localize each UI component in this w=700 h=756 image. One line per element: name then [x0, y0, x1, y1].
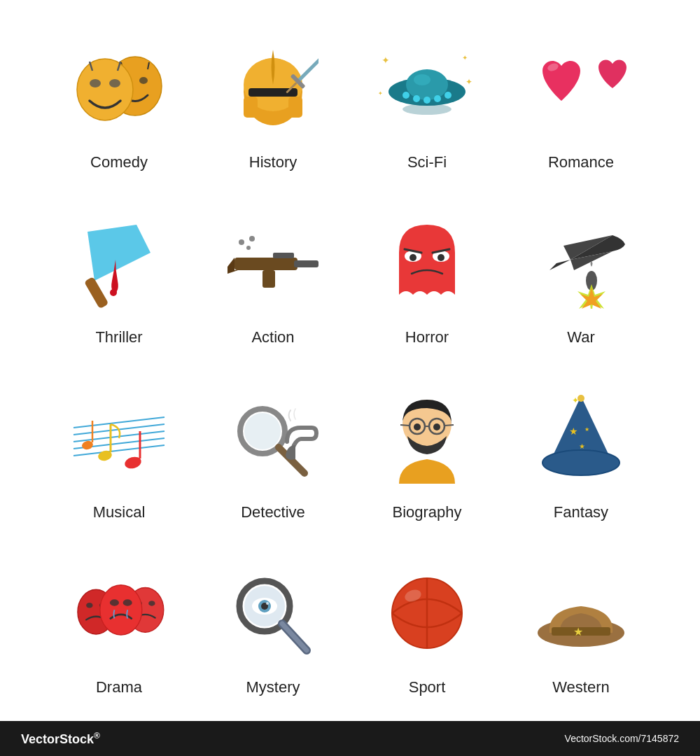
musical-label: Musical	[93, 503, 146, 522]
svg-text:✦: ✦	[462, 54, 468, 62]
svg-line-98	[282, 624, 307, 650]
svg-point-40	[239, 239, 244, 245]
svg-rect-15	[295, 54, 318, 83]
genre-action: Action	[196, 189, 350, 357]
footer-brand: VectorStock®	[21, 731, 100, 747]
genre-fantasy: ★ ★ ★ ✦ Fantasy	[504, 364, 658, 532]
svg-point-41	[249, 236, 255, 241]
svg-point-89	[110, 599, 119, 606]
mystery-icon	[220, 561, 326, 666]
footer-url: VectorStock.com/7145872	[565, 733, 679, 744]
svg-point-88	[100, 585, 142, 635]
genre-drama: Drama	[42, 539, 196, 707]
horror-label: Horror	[405, 328, 449, 346]
comedy-icon	[66, 36, 172, 141]
svg-point-28	[434, 95, 441, 102]
genre-horror: Horror	[350, 189, 504, 357]
footer-reg: ®	[94, 731, 100, 741]
genre-musical: Musical	[42, 364, 196, 532]
genre-war: War	[504, 189, 658, 357]
svg-point-24	[414, 74, 430, 85]
genre-history: History	[196, 14, 350, 182]
genre-western: ★ Western	[504, 539, 658, 707]
western-icon: ★	[528, 561, 634, 666]
svg-rect-34	[84, 276, 108, 309]
svg-point-5	[77, 59, 133, 120]
svg-marker-32	[88, 225, 150, 281]
svg-point-33	[110, 289, 117, 296]
svg-point-2	[139, 77, 148, 84]
svg-point-30	[402, 104, 451, 115]
sport-label: Sport	[409, 678, 446, 696]
action-label: Action	[251, 328, 294, 346]
western-label: Western	[552, 678, 610, 696]
svg-point-25	[402, 92, 410, 99]
svg-point-84	[148, 601, 155, 606]
genre-detective: Detective	[196, 364, 350, 532]
svg-point-73	[433, 424, 440, 430]
svg-line-71	[444, 425, 454, 426]
mystery-label: Mystery	[246, 678, 300, 696]
svg-point-7	[109, 79, 120, 88]
svg-point-23	[406, 69, 448, 100]
fantasy-icon: ★ ★ ★ ✦	[528, 386, 634, 491]
svg-point-29	[444, 92, 451, 99]
svg-point-72	[414, 424, 421, 430]
thriller-label: Thriller	[95, 328, 142, 346]
fantasy-label: Fantasy	[554, 503, 608, 522]
svg-rect-39	[273, 253, 294, 258]
svg-text:✦: ✦	[378, 90, 383, 97]
svg-point-64	[244, 413, 281, 449]
war-icon	[528, 211, 634, 316]
genre-scifi: ✦ ✦ ✦ ✦	[350, 14, 504, 182]
svg-point-42	[246, 246, 251, 250]
svg-rect-38	[262, 270, 275, 288]
genre-comedy: Comedy	[42, 14, 196, 182]
svg-point-6	[90, 79, 101, 88]
svg-point-90	[123, 599, 132, 606]
war-label: War	[567, 328, 595, 346]
svg-line-70	[400, 425, 410, 426]
svg-rect-36	[294, 260, 318, 267]
horror-icon	[374, 211, 479, 316]
drama-icon	[66, 561, 172, 666]
history-icon	[220, 36, 326, 141]
genre-grid: Comedy	[42, 14, 658, 707]
svg-text:✦: ✦	[382, 55, 390, 66]
history-label: History	[249, 153, 297, 172]
svg-point-26	[413, 95, 420, 102]
svg-text:★: ★	[569, 426, 578, 437]
svg-rect-14	[288, 97, 302, 118]
biography-label: Biography	[392, 503, 461, 522]
genre-thriller: Thriller	[42, 189, 196, 357]
sport-icon	[374, 561, 479, 666]
footer: VectorStock® VectorStock.com/7145872	[0, 721, 700, 756]
detective-label: Detective	[241, 503, 305, 522]
main-content: Comedy	[0, 0, 700, 721]
drama-label: Drama	[96, 678, 142, 696]
genre-romance: Romance	[504, 14, 658, 182]
comedy-label: Comedy	[90, 153, 148, 172]
genre-mystery: Mystery	[196, 539, 350, 707]
svg-point-45	[410, 254, 416, 261]
svg-point-96	[266, 602, 269, 605]
genre-sport: Sport	[350, 539, 504, 707]
romance-label: Romance	[548, 153, 614, 172]
biography-icon	[374, 386, 479, 491]
svg-text:✦: ✦	[465, 77, 472, 87]
romance-icon	[528, 36, 634, 141]
genre-biography: Biography	[350, 364, 504, 532]
musical-icon	[66, 386, 172, 491]
scifi-label: Sci-Fi	[407, 153, 447, 172]
svg-text:★: ★	[573, 626, 583, 638]
svg-rect-35	[234, 258, 298, 270]
svg-text:★: ★	[584, 426, 589, 433]
svg-point-46	[438, 254, 444, 261]
thriller-icon	[66, 211, 172, 316]
svg-rect-13	[244, 97, 258, 118]
footer-brand-name: VectorStock	[21, 732, 94, 746]
svg-point-27	[424, 97, 430, 104]
svg-text:★: ★	[579, 442, 585, 450]
svg-text:✦: ✦	[572, 396, 579, 405]
scifi-icon: ✦ ✦ ✦ ✦	[374, 36, 479, 141]
